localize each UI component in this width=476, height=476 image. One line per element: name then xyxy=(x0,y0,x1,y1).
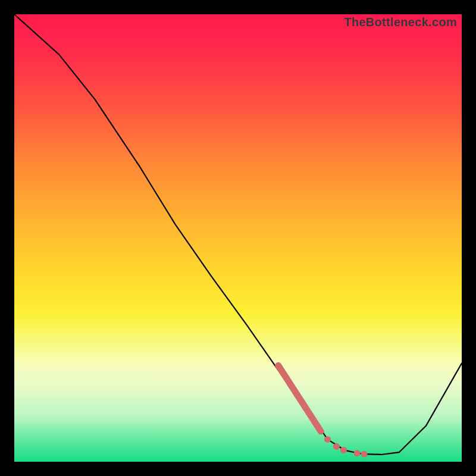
emphasis-dot xyxy=(324,436,331,443)
emphasis-dot xyxy=(354,450,361,456)
chart-overlay xyxy=(14,14,462,462)
chart-root: TheBottleneck.com xyxy=(0,0,476,476)
emphasis-dot xyxy=(340,447,347,453)
bottleneck-curve xyxy=(14,14,462,455)
chart-panel: TheBottleneck.com xyxy=(14,14,462,462)
emphasis-dots xyxy=(324,436,368,458)
emphasis-dot xyxy=(361,451,368,458)
emphasis-segment xyxy=(278,365,321,431)
emphasis-dot xyxy=(333,443,340,450)
